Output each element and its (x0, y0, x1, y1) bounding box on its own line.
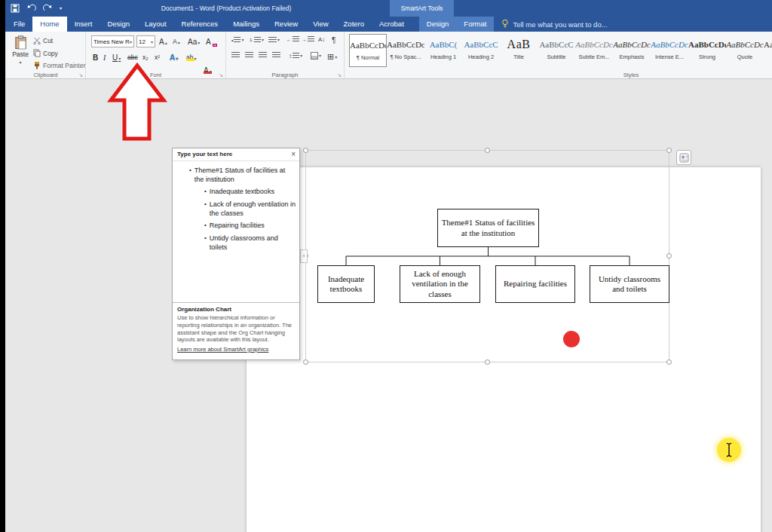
borders-button[interactable]: ⊞▾ (327, 52, 337, 62)
org-chart-child-text: Inadequate textbooks (320, 274, 372, 294)
style-strong[interactable]: AaBbCcDcStrong (688, 34, 726, 67)
selection-handle[interactable] (666, 359, 672, 365)
shading-button[interactable]: ▾ (311, 52, 321, 60)
style-emphasis[interactable]: AaBbCcDcEmphasis (613, 34, 651, 67)
line-spacing-lines-icon (293, 53, 299, 60)
paste-dropdown-icon[interactable]: ▾ (19, 60, 21, 65)
tell-me-box[interactable]: Tell me what you want to do... (501, 17, 607, 32)
org-chart-child-box[interactable]: Repairing facilities (495, 265, 575, 303)
tab-review[interactable]: Review (267, 17, 305, 32)
multilevel-list-button[interactable]: ▾ (268, 36, 280, 44)
text-pane-item[interactable]: •Inadequate textbooks (173, 188, 296, 197)
save-icon[interactable] (11, 4, 20, 13)
org-chart-child-box[interactable]: Untidy classrooms and toilets (590, 265, 669, 303)
show-marks-button[interactable]: ¶ (332, 36, 335, 44)
style-intense-emphasis[interactable]: AaBbCcDcIntense E... (651, 34, 688, 67)
line-spacing-button[interactable]: ↕▾ (289, 52, 302, 60)
selection-handle[interactable] (485, 359, 490, 365)
layout-options-button[interactable] (676, 150, 691, 165)
format-painter-button[interactable]: Format Painter (33, 61, 85, 69)
sort-button[interactable]: A↓ (318, 36, 325, 43)
undo-icon[interactable] (26, 4, 36, 13)
tab-acrobat[interactable]: Acrobat (372, 17, 412, 32)
clear-formatting-button[interactable]: A (205, 34, 218, 47)
tab-smartart-design[interactable]: Design (419, 17, 457, 32)
paste-button[interactable]: Paste ▾ (9, 34, 32, 75)
text-pane-item[interactable]: •Lack of enough ventilation in the class… (173, 200, 296, 218)
style-preview: AaBbCcDc (764, 34, 772, 54)
change-case-button[interactable]: Aa▾ (187, 34, 201, 47)
styles-group-label: Styles (593, 72, 669, 78)
org-chart-root-box[interactable]: Theme#1 Status of facilities at the inst… (437, 209, 539, 247)
style-title[interactable]: AaBTitle (500, 34, 538, 67)
align-right-button[interactable] (259, 52, 267, 59)
org-chart-child-box[interactable]: Inadequate textbooks (317, 265, 375, 303)
align-left-button[interactable] (231, 52, 240, 59)
paragraph-dialog-launcher-icon[interactable]: ↘ (337, 72, 342, 78)
style-preview: AaBbCcDc (726, 34, 764, 54)
selection-handle[interactable] (303, 359, 308, 365)
style-quote[interactable]: AaBbCcDcQuote (726, 34, 764, 67)
style-preview: AaBbC( (424, 34, 462, 54)
tab-design[interactable]: Design (100, 17, 137, 32)
tab-references[interactable]: References (174, 17, 226, 32)
numbering-button[interactable]: 1.▾ (250, 36, 264, 44)
text-pane-item[interactable]: •Theme#1 Status of facilities at the ins… (173, 167, 296, 184)
tab-insert[interactable]: Insert (67, 17, 100, 32)
bold-label: B (93, 53, 98, 63)
grow-font-button[interactable]: A▴ (158, 34, 168, 47)
style-name: Intense E... (651, 54, 688, 60)
tab-view[interactable]: View (305, 17, 335, 32)
change-case-label: Aa (188, 37, 197, 47)
font-size-dropdown-icon[interactable]: ▾ (151, 39, 153, 44)
org-chart-child-box[interactable]: Lack of enough ventilation in the classe… (400, 265, 480, 303)
font-name-combo[interactable]: Times New Ro ▾ (91, 35, 134, 47)
decrease-indent-button[interactable]: ← (286, 36, 299, 43)
style-preview: AaBbCcC (462, 34, 500, 54)
style-normal[interactable]: AaBbCcDc¶ Normal (349, 34, 387, 67)
tab-smartart-format[interactable]: Format (456, 17, 494, 32)
text-pane-item[interactable]: •Untidy classrooms and toilets (173, 234, 296, 252)
smartart-learn-more-link[interactable]: Learn more about SmartArt graphics (177, 346, 268, 353)
style-preview: AaBbCcDc (688, 34, 726, 54)
increase-indent-button[interactable]: → (302, 36, 314, 43)
clipboard-dialog-launcher-icon[interactable]: ↘ (78, 72, 83, 78)
style-no-spacing[interactable]: AaBbCcDc¶ No Spac... (387, 34, 424, 67)
justify-button[interactable] (272, 52, 280, 59)
align-center-button[interactable] (245, 52, 253, 59)
highlight-label: ab (186, 53, 193, 63)
cut-button[interactable]: Cut (33, 37, 53, 44)
shrink-font-button[interactable]: A▾ (172, 34, 181, 47)
style-subtle-emphasis[interactable]: AaBbCcDcSubtle Em... (575, 34, 613, 67)
tab-home[interactable]: Home (32, 17, 66, 32)
tab-file[interactable]: File (6, 17, 32, 32)
style-name: Heading 2 (462, 54, 500, 60)
style-subtitle[interactable]: AaBbCcCSubtitle (538, 34, 575, 67)
selection-handle[interactable] (666, 148, 672, 153)
style-heading1[interactable]: AaBbC(Heading 1 (424, 34, 462, 67)
selection-handle[interactable] (666, 253, 672, 258)
selection-handle[interactable] (485, 148, 490, 153)
shrink-font-icon: ▾ (178, 39, 180, 47)
bullets-button[interactable]: •▾ (231, 36, 244, 44)
style-intense-quote[interactable]: AaBbCcDcInt (764, 34, 772, 67)
tab-layout[interactable]: Layout (137, 17, 174, 32)
selection-handle[interactable] (303, 148, 308, 153)
copy-label: Copy (43, 50, 58, 57)
bold-button[interactable]: B (92, 50, 99, 63)
tab-mailings[interactable]: Mailings (225, 17, 267, 32)
text-pane-toggle[interactable]: ‹ (300, 249, 308, 263)
clear-formatting-label: A (206, 37, 211, 47)
copy-button[interactable]: Copy (33, 49, 58, 57)
style-heading2[interactable]: AaBbCcCHeading 2 (462, 34, 500, 67)
font-size-combo[interactable]: 12 ▾ (136, 35, 155, 47)
font-dialog-launcher-icon[interactable]: ↘ (219, 72, 223, 78)
word-window: ▾ Document1 - Word (Product Activation F… (0, 0, 772, 532)
qat-customize-icon[interactable]: ▾ (60, 5, 62, 12)
close-icon[interactable]: × (291, 150, 296, 158)
org-chart-child-text: Repairing facilities (504, 279, 567, 289)
text-pane-item[interactable]: •Repairing facilities (173, 222, 296, 231)
redo-icon[interactable] (43, 4, 53, 13)
font-name-dropdown-icon[interactable]: ▾ (130, 39, 132, 44)
tab-zotero[interactable]: Zotero (336, 17, 372, 32)
